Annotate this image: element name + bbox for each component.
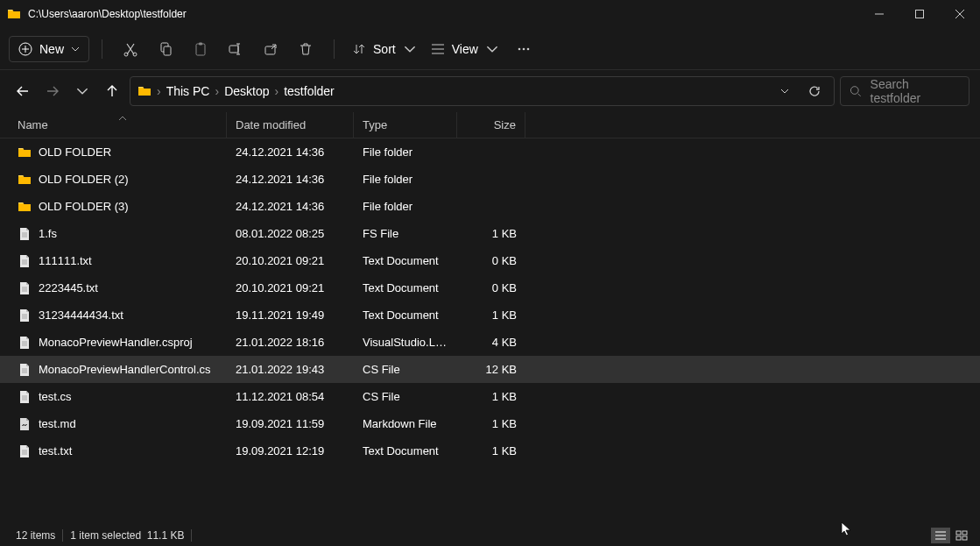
file-name-cell: 111111.txt	[9, 254, 227, 268]
svg-point-10	[518, 47, 520, 50]
sort-icon	[352, 43, 366, 55]
chevron-right-icon: ›	[157, 84, 161, 98]
file-size-cell: 1 KB	[457, 390, 525, 403]
status-bar: 12 items 1 item selected 11.1 KB	[0, 525, 980, 546]
chevron-right-icon: ›	[275, 84, 279, 98]
rename-button[interactable]	[220, 33, 251, 65]
file-size-cell: 1 KB	[457, 308, 525, 322]
rename-icon	[228, 41, 243, 57]
column-date[interactable]: Date modified	[227, 112, 354, 138]
delete-button[interactable]	[290, 33, 321, 65]
share-icon	[263, 41, 278, 57]
file-date-cell: 20.10.2021 09:21	[227, 281, 354, 294]
file-row[interactable]: test.md19.09.2021 11:59Markdown File1 KB	[0, 410, 980, 437]
file-row[interactable]: test.txt19.09.2021 12:19Text Document1 K…	[0, 437, 980, 464]
navigation-row: › This PC › Desktop › testfolder Search …	[0, 70, 980, 112]
copy-button[interactable]	[150, 33, 181, 65]
arrow-right-icon	[46, 85, 59, 97]
breadcrumb-segment[interactable]: testfolder	[284, 84, 335, 98]
address-bar[interactable]: › This PC › Desktop › testfolder	[130, 76, 835, 106]
file-size-cell: 1 KB	[457, 227, 525, 240]
file-date-cell: 19.11.2021 19:49	[227, 308, 354, 322]
grid-icon	[955, 530, 968, 541]
file-type-cell: File folder	[354, 173, 457, 186]
file-name-cell: 2223445.txt	[9, 281, 227, 295]
file-row[interactable]: test.cs11.12.2021 08:54CS File1 KB	[0, 383, 980, 410]
svg-rect-6	[196, 44, 205, 55]
file-row[interactable]: 2223445.txt20.10.2021 09:21Text Document…	[0, 274, 980, 301]
file-row[interactable]: 1.fs08.01.2022 08:25FS File1 KB	[0, 220, 980, 247]
refresh-button[interactable]	[802, 79, 827, 103]
maximize-button[interactable]	[899, 0, 940, 28]
file-date-cell: 20.10.2021 09:21	[227, 254, 354, 267]
column-type[interactable]: Type	[354, 112, 457, 138]
new-button[interactable]: New	[9, 36, 89, 62]
file-row[interactable]: OLD FOLDER24.12.2021 14:36File folder	[0, 138, 980, 166]
file-icon	[18, 363, 32, 377]
chevron-down-icon	[71, 45, 80, 53]
search-box[interactable]: Search testfolder	[840, 76, 969, 106]
file-name-cell: 1.fs	[9, 227, 227, 241]
more-button[interactable]	[508, 33, 539, 65]
thumbnails-view-toggle[interactable]	[952, 528, 971, 543]
file-row[interactable]: 111111.txt20.10.2021 09:21Text Document0…	[0, 247, 980, 274]
details-icon	[934, 530, 947, 541]
paste-button[interactable]	[185, 33, 216, 65]
file-name-cell: OLD FOLDER	[9, 145, 227, 160]
file-type-cell: Text Document	[354, 308, 457, 322]
file-row[interactable]: MonacoPreviewHandler.csproj21.01.2022 18…	[0, 329, 980, 356]
folder-icon	[7, 7, 21, 21]
file-row[interactable]: MonacoPreviewHandlerControl.cs21.01.2022…	[0, 356, 980, 383]
file-name-cell: test.cs	[9, 390, 227, 404]
file-date-cell: 11.12.2021 08:54	[227, 390, 354, 403]
file-size-cell: 1 KB	[457, 444, 525, 457]
status-selection: 1 item selected 11.1 KB	[63, 529, 192, 542]
file-name-cell: OLD FOLDER (2)	[9, 173, 227, 187]
breadcrumb-segment[interactable]: This PC	[166, 84, 210, 98]
file-type-cell: FS File	[354, 227, 457, 240]
recent-button[interactable]	[70, 79, 95, 103]
sort-button[interactable]: Sort	[347, 37, 422, 61]
file-name: test.md	[39, 417, 76, 430]
file-row[interactable]: OLD FOLDER (2)24.12.2021 14:36File folde…	[0, 166, 980, 193]
file-type-cell: VisualStudio.Laun...	[354, 336, 457, 349]
file-list[interactable]: OLD FOLDER24.12.2021 14:36File folderOLD…	[0, 138, 980, 464]
close-button[interactable]	[940, 0, 980, 28]
svg-rect-7	[199, 42, 202, 45]
mouse-cursor-icon	[841, 521, 853, 537]
folder-icon	[137, 84, 152, 98]
minimize-button[interactable]	[859, 0, 899, 28]
file-date-cell: 21.01.2022 18:16	[227, 336, 354, 349]
file-date-cell: 24.12.2021 14:36	[227, 145, 354, 159]
file-name: 2223445.txt	[39, 281, 98, 294]
svg-rect-17	[962, 536, 967, 540]
file-row[interactable]: 31234444434.txt19.11.2021 19:49Text Docu…	[0, 301, 980, 329]
details-view-toggle[interactable]	[931, 528, 950, 543]
search-placeholder: Search testfolder	[871, 77, 960, 105]
breadcrumb-segment[interactable]: Desktop	[224, 84, 269, 98]
column-size[interactable]: Size	[457, 112, 525, 138]
arrow-up-icon	[106, 85, 118, 97]
forward-button[interactable]	[40, 79, 65, 103]
svg-rect-14	[956, 531, 961, 535]
file-row[interactable]: OLD FOLDER (3)24.12.2021 14:36File folde…	[0, 193, 980, 220]
cut-button[interactable]	[115, 33, 146, 65]
file-date-cell: 24.12.2021 14:36	[227, 200, 354, 213]
share-button[interactable]	[255, 33, 286, 65]
view-button[interactable]: View	[426, 37, 504, 61]
file-type-cell: Text Document	[354, 281, 457, 294]
file-icon	[18, 390, 32, 404]
up-button[interactable]	[100, 79, 124, 103]
address-dropdown[interactable]	[772, 79, 797, 103]
file-type-cell: Markdown File	[354, 417, 457, 430]
file-name: OLD FOLDER (3)	[39, 200, 129, 213]
file-name: test.txt	[39, 444, 72, 457]
svg-rect-5	[164, 46, 171, 55]
svg-point-13	[850, 87, 858, 95]
file-date-cell: 19.09.2021 12:19	[227, 444, 354, 457]
file-size-cell: 0 KB	[457, 281, 525, 294]
file-type-cell: File folder	[354, 200, 457, 213]
view-label: View	[452, 42, 478, 56]
back-button[interactable]	[11, 79, 35, 103]
file-name-cell: MonacoPreviewHandlerControl.cs	[9, 363, 227, 377]
